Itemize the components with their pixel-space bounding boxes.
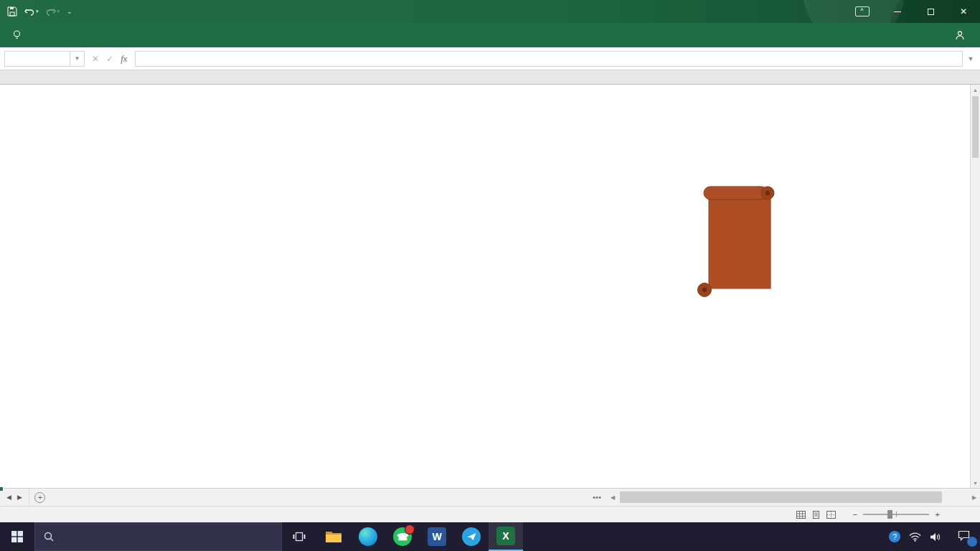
page-break-view-icon[interactable] bbox=[826, 511, 836, 519]
system-tray: ? bbox=[889, 522, 980, 551]
new-sheet-button[interactable]: + bbox=[29, 489, 51, 506]
file-explorer-icon bbox=[325, 529, 342, 544]
lightbulb-icon bbox=[13, 30, 21, 40]
minimize-icon bbox=[894, 11, 901, 12]
maximize-button[interactable] bbox=[914, 0, 947, 23]
start-icon bbox=[11, 531, 23, 542]
taskbar-search[interactable] bbox=[34, 522, 282, 551]
scroll-up-icon[interactable]: ▲ bbox=[971, 85, 980, 95]
maximize-icon bbox=[928, 9, 934, 15]
sheet-area: ▲ ▼ bbox=[0, 70, 980, 488]
scroll-down-icon[interactable]: ▼ bbox=[971, 478, 980, 488]
scroll-right-icon[interactable]: ▶ bbox=[969, 489, 980, 506]
word-button[interactable]: W bbox=[420, 522, 454, 551]
excel-window: ▾ ▾ ⌄ ✕ ▼ bbox=[0, 0, 980, 551]
excel-icon: X bbox=[496, 527, 515, 545]
sheet-nav-left-icon[interactable]: ◀ bbox=[6, 494, 11, 501]
cancel-icon[interactable]: ✕ bbox=[92, 54, 99, 64]
page-layout-view-icon[interactable] bbox=[811, 511, 821, 519]
whatsapp-badge bbox=[405, 524, 415, 534]
vertical-scroll-track[interactable] bbox=[971, 95, 980, 478]
edge-button[interactable] bbox=[351, 522, 385, 551]
start-button[interactable] bbox=[0, 522, 34, 551]
ribbon-tab-bar bbox=[0, 23, 980, 47]
close-icon: ✕ bbox=[960, 6, 967, 17]
vertical-scroll-thumb[interactable] bbox=[972, 96, 979, 158]
share-button[interactable] bbox=[956, 31, 969, 40]
normal-view-icon[interactable] bbox=[796, 511, 806, 519]
horizontal-scrollbar[interactable]: ◀ ▶ bbox=[607, 489, 980, 506]
excel-button[interactable]: X bbox=[489, 522, 523, 551]
task-view-icon bbox=[293, 532, 306, 542]
telegram-button[interactable] bbox=[454, 522, 489, 551]
grid bbox=[0, 85, 980, 488]
enter-icon[interactable]: ✓ bbox=[106, 54, 113, 64]
task-view-button[interactable] bbox=[282, 522, 316, 551]
quick-access-toolbar: ▾ ▾ ⌄ bbox=[0, 6, 72, 17]
ribbon-display-options-icon[interactable] bbox=[855, 6, 870, 17]
zoom-in-icon[interactable]: + bbox=[935, 510, 940, 519]
sheet-nav-right-icon[interactable]: ▶ bbox=[17, 494, 22, 501]
horizontal-scroll-thumb[interactable] bbox=[620, 491, 942, 503]
notification-badge bbox=[967, 537, 977, 547]
scroll-annotation[interactable] bbox=[697, 185, 779, 298]
whatsapp-button[interactable]: ☎ bbox=[385, 522, 420, 551]
wifi-icon[interactable] bbox=[909, 532, 921, 542]
name-box-dropdown-icon[interactable]: ▼ bbox=[70, 51, 85, 67]
formula-bar-expand-icon[interactable]: ▼ bbox=[963, 55, 979, 62]
sheet-tab-bar: ◀ ▶ + ••• ◀ ▶ bbox=[0, 488, 980, 506]
zoom-slider-thumb[interactable] bbox=[887, 510, 892, 519]
share-person-icon bbox=[956, 31, 964, 40]
formula-input[interactable] bbox=[135, 51, 963, 67]
function-icon[interactable]: fx bbox=[121, 53, 127, 65]
zoom-slider[interactable] bbox=[863, 514, 929, 515]
undo-icon[interactable]: ▾ bbox=[24, 7, 39, 16]
redo-icon[interactable]: ▾ bbox=[46, 7, 60, 16]
search-input[interactable] bbox=[60, 532, 261, 542]
title-bar: ▾ ▾ ⌄ ✕ bbox=[0, 0, 980, 23]
edge-icon bbox=[359, 527, 377, 546]
customize-quick-access-icon[interactable]: ⌄ bbox=[67, 8, 72, 15]
name-box[interactable] bbox=[4, 51, 70, 67]
save-icon[interactable] bbox=[7, 6, 17, 17]
status-bar: − + bbox=[0, 506, 980, 522]
close-button[interactable]: ✕ bbox=[947, 0, 980, 23]
volume-icon[interactable] bbox=[930, 532, 941, 542]
minimize-button[interactable] bbox=[881, 0, 914, 23]
formula-bar: ▼ ✕ ✓ fx ▼ bbox=[0, 47, 980, 70]
taskbar: ☎ W X ? bbox=[0, 522, 980, 551]
zoom-out-icon[interactable]: − bbox=[853, 510, 858, 519]
vertical-scrollbar[interactable]: ▲ ▼ bbox=[970, 85, 980, 488]
column-headers bbox=[0, 70, 980, 85]
file-explorer-button[interactable] bbox=[316, 522, 351, 551]
tab-overflow-icon[interactable]: ••• bbox=[587, 489, 607, 506]
tell-me-box[interactable] bbox=[13, 30, 26, 40]
notification-center-button[interactable] bbox=[958, 530, 973, 544]
help-icon[interactable]: ? bbox=[889, 531, 900, 542]
telegram-icon bbox=[462, 527, 481, 546]
word-icon: W bbox=[428, 527, 446, 546]
search-icon bbox=[44, 532, 54, 542]
scroll-left-icon[interactable]: ◀ bbox=[607, 489, 618, 506]
plus-icon: + bbox=[34, 492, 45, 503]
